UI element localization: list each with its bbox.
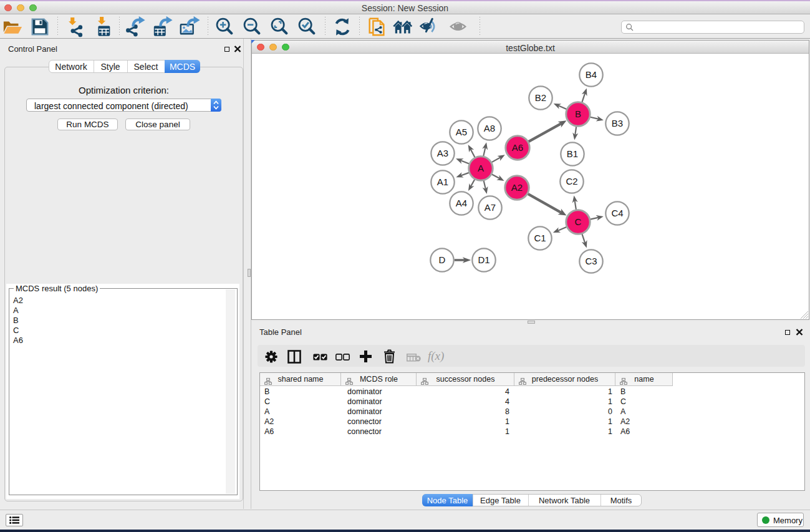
svg-text:A8: A8 xyxy=(484,123,495,133)
svg-text:C2: C2 xyxy=(566,176,577,186)
svg-text:D: D xyxy=(439,254,446,265)
svg-text:A1: A1 xyxy=(437,177,448,187)
svg-text:B2: B2 xyxy=(535,92,546,103)
svg-text:A6: A6 xyxy=(512,142,523,153)
svg-text:A4: A4 xyxy=(456,198,467,208)
svg-text:A: A xyxy=(478,163,484,173)
svg-text:A5: A5 xyxy=(456,127,467,137)
svg-text:A7: A7 xyxy=(485,202,496,213)
svg-text:A3: A3 xyxy=(437,148,448,158)
svg-text:D1: D1 xyxy=(478,254,489,265)
svg-text:C: C xyxy=(575,216,582,227)
svg-text:C3: C3 xyxy=(585,256,597,266)
svg-text:B4: B4 xyxy=(586,69,597,80)
svg-text:B1: B1 xyxy=(567,148,578,159)
svg-text:B3: B3 xyxy=(612,118,623,128)
svg-text:C1: C1 xyxy=(534,233,546,243)
svg-text:A2: A2 xyxy=(511,182,523,193)
svg-text:B: B xyxy=(575,109,581,119)
svg-text:C4: C4 xyxy=(611,208,623,218)
